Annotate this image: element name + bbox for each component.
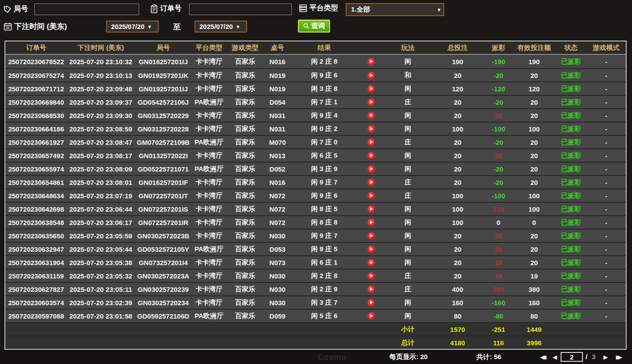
cell-result: 闲 8 庄 5 bbox=[291, 205, 358, 213]
cell-total-bet: 20 bbox=[431, 139, 484, 146]
col-header-total-bet: 总投注 bbox=[431, 44, 484, 52]
col-header-payout: 派彩 bbox=[484, 44, 513, 52]
cell-order-id: 250720230664186 bbox=[5, 125, 67, 133]
game-id-input[interactable] bbox=[34, 4, 139, 15]
cell-bet-time: 2025-07-20 23:01:58 bbox=[67, 312, 135, 320]
cell-game-mode: - bbox=[587, 245, 626, 253]
cell-play-type: 闲 bbox=[384, 111, 431, 120]
replay-video-button[interactable] bbox=[358, 245, 384, 253]
page-size-label: 每页显示: 20 bbox=[389, 353, 428, 361]
replay-video-button[interactable] bbox=[358, 72, 384, 79]
replay-video-button[interactable] bbox=[358, 58, 384, 65]
cell-bet-time: 2025-07-20 23:06:44 bbox=[67, 205, 135, 213]
cell-table-no: N030 bbox=[264, 299, 291, 307]
replay-video-button[interactable] bbox=[358, 259, 384, 266]
cell-table-no: D053 bbox=[264, 245, 291, 253]
next-page-button[interactable]: ▶ bbox=[603, 354, 608, 360]
replay-video-button[interactable] bbox=[358, 192, 384, 200]
play-icon bbox=[368, 112, 375, 119]
replay-video-button[interactable] bbox=[358, 312, 384, 320]
game-id-label: 局号 bbox=[14, 4, 28, 14]
cell-round-id: GN072257201IS bbox=[135, 205, 192, 213]
order-id-input[interactable] bbox=[189, 4, 292, 15]
cell-play-type: 闲 bbox=[384, 312, 431, 320]
cell-status: 已派彩 bbox=[555, 98, 587, 106]
cell-round-id: GN03125720228 bbox=[135, 125, 192, 133]
table-row: 250720230638548 2025-07-20 23:06:17 GN07… bbox=[5, 215, 626, 229]
page-number-input[interactable] bbox=[561, 352, 583, 362]
cell-order-id: 250720230603574 bbox=[5, 299, 67, 307]
cell-round-id: GN072257201IT bbox=[135, 192, 192, 200]
replay-video-button[interactable] bbox=[358, 152, 384, 160]
cell-status: 已派彩 bbox=[555, 165, 587, 173]
cell-table-no: N013 bbox=[264, 152, 291, 160]
replay-video-button[interactable] bbox=[358, 286, 384, 293]
cell-total-bet: 20 bbox=[431, 179, 484, 186]
date-to-picker[interactable]: 2025/07/20 ▼ bbox=[194, 20, 247, 33]
platform-select[interactable]: 1.全部 ▼ bbox=[346, 3, 444, 16]
cell-platform: 卡卡湾厅 bbox=[192, 57, 226, 66]
cell-play-type: 庄 bbox=[384, 272, 431, 280]
cell-round-id: GN03025720234 bbox=[135, 299, 192, 307]
search-button[interactable]: 查询 bbox=[298, 20, 330, 33]
col-header-game-type: 游戏类型 bbox=[226, 44, 264, 52]
replay-video-button[interactable] bbox=[358, 139, 384, 146]
replay-video-button[interactable] bbox=[358, 98, 384, 106]
cell-total-bet: 160 bbox=[431, 299, 484, 307]
cell-status: 已派彩 bbox=[555, 192, 587, 200]
replay-video-button[interactable] bbox=[358, 272, 384, 280]
cell-game-mode: - bbox=[587, 219, 626, 226]
cell-status: 已派彩 bbox=[555, 205, 587, 213]
replay-video-button[interactable] bbox=[358, 205, 384, 213]
cell-total-bet: 100 bbox=[431, 219, 484, 226]
cell-bet-time: 2025-07-20 23:09:37 bbox=[67, 98, 135, 106]
order-id-label: 订单号 bbox=[160, 4, 182, 13]
cell-game-mode: - bbox=[587, 139, 626, 146]
cell-platform: 卡卡湾厅 bbox=[192, 111, 226, 120]
cell-bet-time: 2025-07-20 23:05:11 bbox=[67, 286, 135, 293]
replay-video-button[interactable] bbox=[358, 179, 384, 186]
prev-page-button[interactable]: ◀ bbox=[553, 354, 557, 360]
page-separator: / bbox=[586, 353, 587, 360]
chevron-down-icon: ▼ bbox=[147, 24, 154, 29]
replay-video-button[interactable] bbox=[358, 85, 384, 93]
platform-label: 平台类型 bbox=[310, 4, 338, 13]
platform-field-label: 平台类型 bbox=[299, 4, 338, 13]
cell-game-type: 百家乐 bbox=[226, 71, 264, 80]
play-icon bbox=[368, 245, 375, 253]
last-page-button[interactable]: ▶▶ bbox=[616, 354, 622, 360]
replay-video-button[interactable] bbox=[358, 219, 384, 226]
cell-game-mode: - bbox=[587, 72, 626, 79]
replay-video-button[interactable] bbox=[358, 112, 384, 119]
cell-play-type: 和 bbox=[384, 71, 431, 80]
cell-game-type: 百家乐 bbox=[226, 258, 264, 267]
play-icon bbox=[368, 232, 375, 240]
replay-video-button[interactable] bbox=[358, 125, 384, 133]
cell-valid-bet: 20 bbox=[513, 232, 555, 240]
tag-icon bbox=[4, 5, 12, 13]
cell-order-id: 250720230657492 bbox=[5, 152, 67, 160]
cell-play-type: 闲 bbox=[384, 299, 431, 307]
cell-status: 已派彩 bbox=[555, 218, 587, 227]
replay-video-button[interactable] bbox=[358, 232, 384, 240]
play-icon bbox=[368, 179, 375, 186]
cell-game-mode: - bbox=[587, 152, 626, 160]
cell-game-mode: - bbox=[587, 58, 626, 65]
col-header-table-no: 桌号 bbox=[264, 44, 291, 52]
cell-platform: 卡卡湾厅 bbox=[192, 151, 226, 160]
cell-payout: 20 bbox=[484, 232, 513, 240]
table-row: 250720230664186 2025-07-20 23:08:59 GN03… bbox=[5, 122, 626, 135]
watermark-text: Cosmo bbox=[318, 352, 346, 362]
first-page-button[interactable]: ◀◀ bbox=[540, 354, 546, 360]
cell-valid-bet: 100 bbox=[513, 192, 555, 200]
date-from-picker[interactable]: 2025/07/20 ▼ bbox=[106, 20, 159, 33]
table-row: 250720230671712 2025-07-20 23:09:48 GN01… bbox=[5, 82, 626, 95]
cell-bet-time: 2025-07-20 23:08:47 bbox=[67, 139, 135, 146]
replay-video-button[interactable] bbox=[358, 299, 384, 307]
platform-select-value: 1.全部 bbox=[351, 5, 370, 14]
replay-video-button[interactable] bbox=[358, 165, 384, 173]
table-row: 250720230635650 2025-07-20 23:05:59 GN03… bbox=[5, 229, 626, 242]
cell-order-id: 250720230627827 bbox=[5, 286, 67, 293]
play-icon bbox=[368, 125, 375, 133]
cell-play-type: 闲 bbox=[384, 245, 431, 254]
